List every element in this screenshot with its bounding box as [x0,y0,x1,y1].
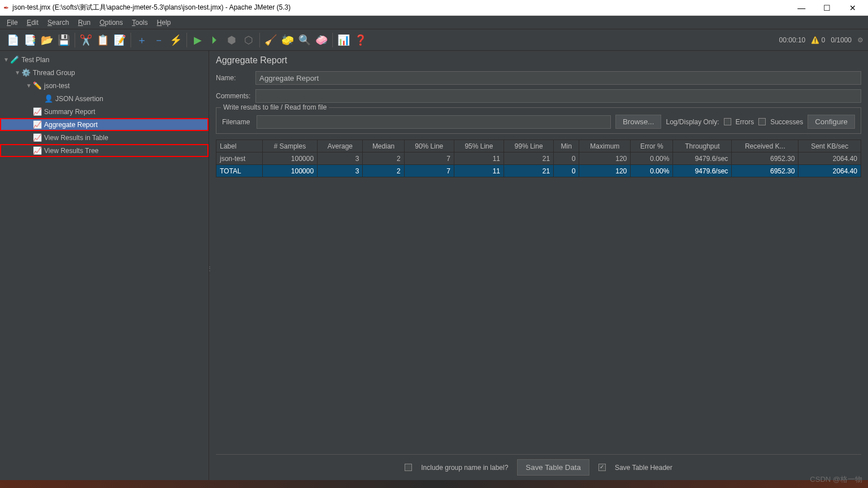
footer: Include group name in label? Save Table … [216,454,861,480]
shutdown-icon[interactable]: ⬡ [240,32,257,49]
column-header[interactable]: Maximum [579,140,631,152]
menubar: File Edit Search Run Options Tools Help [0,16,868,29]
report-icon: 📈 [33,146,42,155]
column-header[interactable]: 95% Line [454,140,504,152]
menu-options[interactable]: Options [96,18,126,28]
paste-icon[interactable]: 📝 [111,32,128,49]
reset-search-icon[interactable]: 🧼 [313,32,330,49]
save-icon[interactable]: 💾 [55,32,72,49]
new-icon[interactable]: 📄 [5,32,21,49]
search-icon[interactable]: 🔍 [296,32,313,49]
include-group-label: Include group name in label? [421,464,508,472]
tree-viewtree[interactable]: 📈View Results Tree [0,144,209,157]
fieldset-legend: Write results to file / Read from file [221,103,329,111]
pipette-icon: ✏️ [33,81,42,90]
tree-threadgroup[interactable]: ▼⚙️Thread Group [0,66,209,79]
task-strip [0,480,868,488]
column-header[interactable]: Sent KB/sec [798,140,861,152]
menu-file[interactable]: File [3,18,21,28]
menu-run[interactable]: Run [75,18,94,28]
minimize-button[interactable]: — [789,3,813,12]
window-controls: — ☐ ✕ [789,3,865,12]
column-header[interactable]: Throughput [673,140,732,152]
include-group-checkbox[interactable] [405,464,412,471]
start-icon[interactable]: ▶ [189,32,206,49]
collapse-icon[interactable]: － [150,32,167,49]
close-button[interactable]: ✕ [841,3,865,12]
report-icon: 📈 [33,107,42,116]
panel-title: Aggregate Report [216,55,861,66]
tree-viewtable[interactable]: 📈View Results in Table [0,131,209,144]
results-table[interactable]: Label# SamplesAverageMedian90% Line95% L… [216,140,861,177]
cut-icon[interactable]: ✂️ [77,32,94,49]
save-table-data-button[interactable]: Save Table Data [517,459,589,476]
column-header[interactable]: Label [216,140,263,152]
clear-all-icon[interactable]: 🧽 [279,32,296,49]
save-header-label: Save Table Header [615,464,672,472]
tree-aggregate[interactable]: 📈Aggregate Report [0,118,209,131]
tree-assertion[interactable]: 👤JSON Assertion [0,92,209,105]
name-label: Name: [216,74,250,82]
gear-icon: ⚙️ [21,68,31,77]
templates-icon[interactable]: 📑 [21,32,38,49]
toggle-icon[interactable]: ⚡ [167,32,184,49]
tree-summary[interactable]: 📈Summary Report [0,105,209,118]
logonly-label: Log/Display Only: [666,118,719,126]
column-header[interactable]: Error % [631,140,673,152]
save-header-checkbox[interactable] [598,464,606,471]
comments-input[interactable] [255,89,861,103]
expand-icon[interactable]: ＋ [133,32,150,49]
report-icon: 📈 [33,120,42,129]
stop-icon[interactable]: ⬢ [223,32,240,49]
tree-sampler[interactable]: ▼✏️json-test [0,79,209,92]
comments-label: Comments: [216,92,250,100]
table-row[interactable]: TOTAL100000327112101200.00%9479.6/sec695… [216,165,861,177]
filename-input[interactable] [257,115,611,129]
menu-help[interactable]: Help [154,18,175,28]
browse-button[interactable]: Browse... [615,115,662,129]
menu-search[interactable]: Search [44,18,72,28]
report-icon: 📈 [33,133,42,142]
tree-testplan[interactable]: ▼🧪Test Plan [0,53,209,66]
column-header[interactable]: 99% Line [504,140,553,152]
table-row[interactable]: json-test100000327112101200.00%9479.6/se… [216,152,861,165]
column-header[interactable]: Average [318,140,363,152]
filename-label: Filename [222,118,250,126]
column-header[interactable]: # Samples [262,140,317,152]
maximize-button[interactable]: ☐ [815,3,839,12]
flask-icon: 🧪 [10,55,19,64]
column-header[interactable]: Min [554,140,579,152]
configure-button[interactable]: Configure [808,115,855,129]
test-tree[interactable]: ▼🧪Test Plan ▼⚙️Thread Group ▼✏️json-test… [0,51,209,480]
start-noTimers-icon[interactable]: ⏵ [206,32,223,49]
gear-icon[interactable]: ⚙ [857,36,863,44]
elapsed-time: 00:00:10 [779,36,806,44]
menu-tools[interactable]: Tools [129,18,151,28]
warn-icon[interactable]: ⚠️ 0 [811,36,825,44]
main-panel: Aggregate Report Name: Comments: Write r… [209,51,868,480]
copy-icon[interactable]: 📋 [94,32,111,49]
column-header[interactable]: Received K... [732,140,798,152]
column-header[interactable]: 90% Line [404,140,454,152]
successes-checkbox[interactable] [758,118,766,125]
function-helper-icon[interactable]: 📊 [335,32,352,49]
thread-count: 0/1000 [831,36,852,44]
file-fieldset: Write results to file / Read from file F… [216,107,861,134]
open-icon[interactable]: 📂 [38,32,55,49]
toolbar: 📄 📑 📂 💾 ✂️ 📋 📝 ＋ － ⚡ ▶ ⏵ ⬢ ⬡ 🧹 🧽 🔍 🧼 📊 ❓… [0,29,868,51]
app-icon: ✒ [3,4,9,12]
splitter-handle[interactable]: ⋮ [207,265,211,272]
column-header[interactable]: Median [363,140,404,152]
titlebar: ✒json-test.jmx (E:\softs\测试工具\apache-jme… [0,0,868,16]
clear-icon[interactable]: 🧹 [262,32,279,49]
help-icon[interactable]: ❓ [352,32,369,49]
window-title: json-test.jmx (E:\softs\测试工具\apache-jmet… [12,3,290,12]
errors-checkbox[interactable] [724,118,731,125]
menu-edit[interactable]: Edit [23,18,42,28]
name-input[interactable] [255,71,861,85]
assertion-icon: 👤 [44,94,53,103]
